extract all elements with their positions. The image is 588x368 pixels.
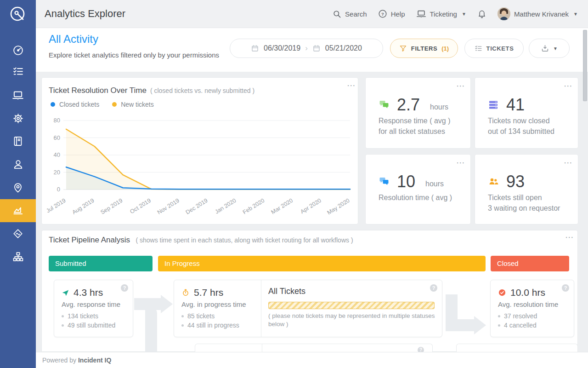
stat-value: 41 [506, 95, 525, 115]
powered-by-text: Powered by [42, 356, 76, 364]
pipeline-card-value: 10.0 hrs [510, 287, 545, 298]
chat-bubbles-icon [379, 176, 390, 187]
legend-label-new: New tickets [121, 101, 154, 108]
date-to: 05/21/2020 [325, 44, 362, 52]
sidebar [0, 0, 36, 368]
sidebar-item-tickets[interactable] [0, 60, 36, 83]
help-tooltip-icon[interactable]: ? [121, 284, 128, 292]
avatar [498, 7, 510, 20]
stat-row: 10 hours [379, 172, 444, 191]
legend-dot-closed [51, 102, 55, 107]
svg-text:Feb 2020: Feb 2020 [242, 197, 266, 216]
check-circle-icon [498, 288, 506, 297]
card-menu-dots-icon[interactable]: ⋯ [456, 84, 465, 88]
svg-text:Apr 2020: Apr 2020 [299, 197, 322, 215]
legend-label-closed: Closed tickets [59, 101, 99, 108]
filters-button[interactable]: FILTERS (1) [390, 39, 458, 58]
user-menu[interactable]: Matthew Krivanek ▼ [498, 7, 578, 20]
stat-row: 2.7 hours [379, 95, 448, 115]
stat-unit: hours [430, 103, 448, 111]
dashboard-gauge-icon [12, 45, 24, 56]
pipeline-menu-dots-icon[interactable]: ⋯ [565, 235, 574, 240]
legend-item-closed[interactable]: Closed tickets [51, 101, 99, 108]
laptop-icon [12, 89, 24, 101]
chevron-down-icon: ▼ [462, 12, 466, 17]
tickets-button[interactable]: TICKETS [464, 39, 524, 58]
download-icon [541, 44, 549, 53]
svg-text:Jan 2020: Jan 2020 [214, 197, 237, 215]
line-chart: 020406080Jul 2019Aug 2019Sep 2019Oct 201… [46, 114, 355, 221]
search-button[interactable]: Search [333, 10, 367, 18]
svg-text:Oct 2019: Oct 2019 [129, 197, 152, 215]
help-tooltip-icon[interactable]: ? [430, 284, 437, 292]
stat-description: Response time ( avg )for all ticket stat… [379, 115, 451, 137]
incident-iq-link[interactable]: Incident IQ [78, 356, 111, 364]
stat-card-tickets-closed: ⋯ 41 Tickets now closedout of 134 submit… [475, 77, 578, 149]
sidebar-item-users[interactable] [0, 153, 36, 176]
view-title: All Activity [49, 33, 98, 46]
funnel-icon [399, 45, 407, 52]
svg-text:?: ? [381, 12, 384, 17]
chart-title: Ticket Resolution Over Time [49, 86, 147, 95]
flow-arrow-shaft [446, 319, 474, 331]
svg-text:Sep 2019: Sep 2019 [99, 197, 124, 216]
svg-text:60: 60 [54, 134, 60, 141]
sidebar-item-knowledge-base[interactable] [0, 130, 36, 153]
sidebar-item-locations[interactable] [0, 176, 36, 199]
apps-diamond-icon [12, 228, 23, 239]
analytics-chart-icon [12, 205, 24, 217]
help-button[interactable]: ? Help [378, 9, 405, 18]
users-icon [488, 176, 499, 187]
pipeline-next-row-card [456, 344, 578, 352]
card-menu-dots-icon[interactable]: ⋯ [564, 161, 572, 165]
svg-text:20: 20 [54, 169, 60, 176]
legend-dot-new [112, 102, 117, 107]
chat-bubbles-icon [379, 99, 390, 110]
stat-description: Resolution time ( avg ) [379, 192, 452, 203]
sitemap-icon [12, 251, 24, 263]
view-subtitle: Explore ticket analytics filtered only b… [49, 51, 219, 59]
legend-item-new[interactable]: New tickets [112, 101, 154, 108]
footer: Powered by Incident IQ [36, 352, 588, 368]
date-range-picker[interactable]: 06/30/2019 › 05/21/2020 [230, 39, 383, 58]
chart-subtitle: ( closed tickets vs. newly submitted ) [150, 87, 254, 94]
sidebar-item-devices[interactable] [0, 84, 36, 107]
tickets-checklist-icon [12, 66, 24, 77]
pipeline-card-bullets: 134 tickets 49 still submitted [62, 311, 133, 330]
chart-menu-dots-icon[interactable]: ⋯ [347, 83, 356, 88]
export-button[interactable]: ▼ [529, 39, 570, 58]
stat-card-response-time: ⋯ 2.7 hours Response time ( avg )for all… [365, 77, 471, 149]
incident-iq-logo[interactable] [0, 0, 36, 29]
svg-text:Dec 2019: Dec 2019 [185, 197, 209, 216]
divider [262, 344, 262, 352]
sidebar-item-workflows[interactable] [0, 245, 36, 268]
chevron-down-icon: ▼ [573, 12, 578, 17]
pipeline-card-in-progress-group: 5.7 hrs Avg. in progress time 85 tickets… [174, 280, 442, 337]
card-menu-dots-icon[interactable]: ⋯ [564, 84, 572, 88]
ticketing-menu[interactable]: Ticketing ▼ [416, 9, 466, 19]
sidebar-item-analytics-active[interactable] [0, 199, 36, 222]
svg-text:80: 80 [54, 117, 60, 124]
stat-value: 93 [506, 172, 525, 191]
user-icon [12, 159, 24, 170]
bell-icon [477, 9, 486, 18]
help-tooltip-icon[interactable]: ? [562, 284, 569, 292]
pipeline-card-value: 5.7 hrs [194, 287, 223, 298]
card-menu-dots-icon[interactable]: ⋯ [456, 161, 465, 165]
pipeline-subtitle: ( shows time spent in each status, along… [136, 236, 353, 244]
date-from: 06/30/2019 [264, 44, 300, 52]
chevron-down-icon: ▼ [553, 46, 558, 51]
calendar-icon [312, 44, 321, 52]
chart-legend: Closed tickets New tickets [51, 101, 154, 108]
sidebar-item-settings[interactable] [0, 107, 36, 130]
sidebar-item-apps[interactable] [0, 222, 36, 245]
laptop-icon [416, 9, 426, 19]
calendar-icon [251, 44, 259, 52]
stat-description: Tickets now closedout of 134 submitted [488, 115, 554, 137]
incident-iq-logo-icon [7, 4, 28, 25]
sidebar-item-dashboard[interactable] [0, 39, 36, 62]
notifications-button[interactable] [477, 9, 486, 18]
stat-row: 41 [488, 95, 525, 115]
scrollbar-thumb[interactable] [583, 30, 587, 101]
all-tickets-title: All Tickets [268, 287, 305, 296]
